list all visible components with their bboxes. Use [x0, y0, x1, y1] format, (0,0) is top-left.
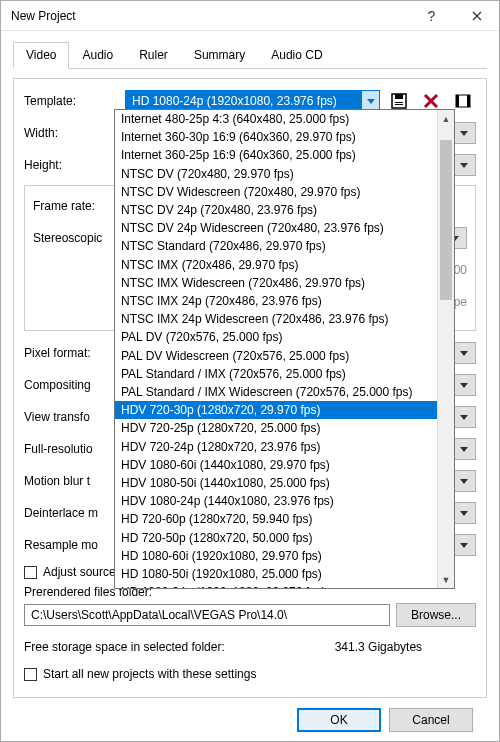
height-label: Height: — [24, 158, 119, 172]
titlebar: New Project ? — [1, 1, 499, 31]
svg-rect-5 — [456, 95, 459, 107]
pixel-format-label: Pixel format: — [24, 346, 119, 360]
dropdown-item[interactable]: Internet 360-30p 16:9 (640x360, 29.970 f… — [115, 128, 437, 146]
motion-blur-dropdown[interactable] — [452, 470, 476, 492]
free-space-row: Free storage space in selected folder: 3… — [24, 635, 476, 659]
dropdown-item[interactable]: NTSC IMX Widescreen (720x486, 29.970 fps… — [115, 274, 437, 292]
prerendered-row: C:\Users\Scott\AppData\Local\VEGAS Pro\1… — [24, 603, 476, 627]
dropdown-item[interactable]: NTSC DV Widescreen (720x480, 29.970 fps) — [115, 183, 437, 201]
dropdown-item[interactable]: HDV 1080-24p (1440x1080, 23.976 fps) — [115, 492, 437, 510]
filmstrip-icon — [454, 92, 472, 110]
compositing-dropdown[interactable] — [452, 374, 476, 396]
window-title: New Project — [1, 9, 409, 23]
motion-blur-label: Motion blur t — [24, 474, 119, 488]
dropdown-item[interactable]: HDV 1080-60i (1440x1080, 29.970 fps) — [115, 456, 437, 474]
template-dropdown-arrow[interactable] — [361, 91, 379, 111]
tab-ruler[interactable]: Ruler — [126, 42, 181, 69]
dropdown-item[interactable]: HDV 720-24p (1280x720, 23.976 fps) — [115, 438, 437, 456]
dialog-content: Video Audio Ruler Summary Audio CD Templ… — [1, 31, 499, 742]
svg-rect-3 — [395, 104, 403, 105]
scroll-down-button[interactable]: ▼ — [438, 571, 454, 588]
view-transform-label: View transfo — [24, 410, 119, 424]
dropdown-item[interactable]: HD 1080-24p (1920x1080, 23.976 fps) — [115, 583, 437, 588]
dropdown-item[interactable]: NTSC DV 24p Widescreen (720x480, 23.976 … — [115, 219, 437, 237]
compositing-label: Compositing — [24, 378, 119, 392]
dropdown-item[interactable]: NTSC IMX 24p (720x486, 23.976 fps) — [115, 292, 437, 310]
template-dropdown-list[interactable]: Internet 480-25p 4:3 (640x480, 25.000 fp… — [114, 109, 455, 589]
dropdown-scrollbar[interactable]: ▲ ▼ — [437, 110, 454, 588]
dropdown-item[interactable]: NTSC DV (720x480, 29.970 fps) — [115, 165, 437, 183]
svg-rect-6 — [467, 95, 470, 107]
dropdown-item[interactable]: HDV 720-30p (1280x720, 29.970 fps) — [115, 401, 437, 419]
dropdown-item[interactable]: NTSC IMX (720x486, 29.970 fps) — [115, 256, 437, 274]
chevron-down-icon — [460, 479, 468, 484]
chevron-down-icon — [460, 351, 468, 356]
adjust-source-checkbox[interactable] — [24, 566, 37, 579]
tab-video[interactable]: Video — [13, 42, 69, 69]
dropdown-item[interactable]: PAL Standard / IMX Widescreen (720x576, … — [115, 383, 437, 401]
resample-dropdown[interactable] — [452, 534, 476, 556]
deinterlace-label: Deinterlace m — [24, 506, 119, 520]
ok-button[interactable]: OK — [297, 708, 381, 732]
dropdown-item[interactable]: PAL DV (720x576, 25.000 fps) — [115, 328, 437, 346]
floppy-disk-icon — [390, 92, 408, 110]
dropdown-item[interactable]: PAL Standard / IMX (720x576, 25.000 fps) — [115, 365, 437, 383]
dropdown-item[interactable]: HD 720-60p (1280x720, 59.940 fps) — [115, 510, 437, 528]
chevron-down-icon — [460, 415, 468, 420]
template-label: Template: — [24, 94, 119, 108]
tabstrip: Video Audio Ruler Summary Audio CD — [13, 41, 487, 69]
chevron-down-icon — [460, 543, 468, 548]
height-aspect-dropdown[interactable] — [452, 154, 476, 176]
dialog-footer: OK Cancel — [13, 698, 487, 742]
width-aspect-dropdown[interactable] — [452, 122, 476, 144]
tab-audio[interactable]: Audio — [69, 42, 126, 69]
dropdown-listbox: Internet 480-25p 4:3 (640x480, 25.000 fp… — [115, 110, 437, 588]
new-project-dialog: New Project ? Video Audio Ruler Summary … — [0, 0, 500, 742]
chevron-down-icon — [460, 383, 468, 388]
browse-button[interactable]: Browse... — [396, 603, 476, 627]
start-all-checkbox[interactable] — [24, 668, 37, 681]
close-button[interactable] — [454, 1, 499, 31]
free-space-value: 341.3 Gigabytes — [231, 640, 476, 654]
pixel-format-dropdown[interactable] — [452, 342, 476, 364]
dropdown-item[interactable]: HD 720-50p (1280x720, 50.000 fps) — [115, 529, 437, 547]
prerendered-path-field[interactable]: C:\Users\Scott\AppData\Local\VEGAS Pro\1… — [24, 604, 390, 626]
dropdown-item[interactable]: NTSC IMX 24p Widescreen (720x486, 23.976… — [115, 310, 437, 328]
tab-summary[interactable]: Summary — [181, 42, 258, 69]
dropdown-item[interactable]: Internet 360-25p 16:9 (640x360, 25.000 f… — [115, 146, 437, 164]
dropdown-item[interactable]: HD 1080-50i (1920x1080, 25.000 fps) — [115, 565, 437, 583]
view-transform-dropdown[interactable] — [452, 406, 476, 428]
start-all-row: Start all new projects with these settin… — [24, 667, 476, 681]
width-label: Width: — [24, 126, 119, 140]
full-resolution-label: Full-resolutio — [24, 442, 119, 456]
chevron-down-icon — [460, 131, 468, 136]
resample-label: Resample mo — [24, 538, 119, 552]
help-button[interactable]: ? — [409, 1, 454, 31]
template-selected: HD 1080-24p (1920x1080, 23.976 fps) — [126, 91, 361, 111]
scroll-up-button[interactable]: ▲ — [438, 110, 454, 127]
dropdown-item[interactable]: NTSC DV 24p (720x480, 23.976 fps) — [115, 201, 437, 219]
chevron-down-icon — [460, 447, 468, 452]
chevron-down-icon — [460, 511, 468, 516]
scroll-thumb[interactable] — [440, 140, 452, 300]
chevron-down-icon — [460, 163, 468, 168]
dropdown-item[interactable]: HDV 720-25p (1280x720, 25.000 fps) — [115, 419, 437, 437]
x-icon — [423, 93, 439, 109]
svg-rect-2 — [395, 102, 403, 103]
cancel-button[interactable]: Cancel — [389, 708, 473, 732]
deinterlace-dropdown[interactable] — [452, 502, 476, 524]
dropdown-item[interactable]: Internet 480-25p 4:3 (640x480, 25.000 fp… — [115, 110, 437, 128]
dropdown-item[interactable]: PAL DV Widescreen (720x576, 25.000 fps) — [115, 347, 437, 365]
chevron-down-icon — [367, 99, 375, 104]
dropdown-item[interactable]: NTSC Standard (720x486, 29.970 fps) — [115, 237, 437, 255]
free-space-label: Free storage space in selected folder: — [24, 640, 225, 654]
start-all-label: Start all new projects with these settin… — [43, 667, 256, 681]
tab-audio-cd[interactable]: Audio CD — [258, 42, 335, 69]
dropdown-item[interactable]: HD 1080-60i (1920x1080, 29.970 fps) — [115, 547, 437, 565]
svg-rect-1 — [395, 94, 403, 99]
full-resolution-dropdown[interactable] — [452, 438, 476, 460]
dropdown-item[interactable]: HDV 1080-50i (1440x1080, 25.000 fps) — [115, 474, 437, 492]
